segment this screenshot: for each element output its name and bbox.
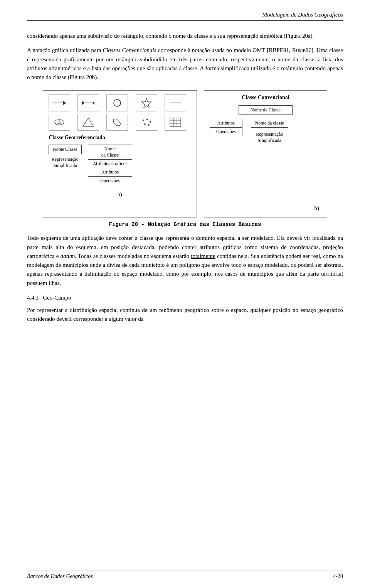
paragraph-1: considerando apenas uma subdivisão do re… xyxy=(27,32,343,40)
figure-box-b: Classe Convencional Nome da Classe Atrib… xyxy=(204,90,327,217)
class-geo-title: Classe Georreferenciada xyxy=(49,135,191,141)
icon-triangle xyxy=(77,114,99,131)
svg-point-13 xyxy=(150,121,151,123)
paragraph-2: A notação gráfica utilizada para Classes… xyxy=(27,46,343,82)
icon-star xyxy=(136,94,157,111)
svg-point-5 xyxy=(114,99,121,106)
class-b-nome-da-classe-box: Nome da Classe xyxy=(239,105,293,115)
class-b-row: Atributos Operações Nome da classe Repre… xyxy=(210,119,321,143)
svg-marker-4 xyxy=(92,101,94,105)
icon-circle xyxy=(106,94,128,111)
footer-title: Bancos de Dados Geográficos xyxy=(27,573,93,580)
svg-point-8 xyxy=(55,120,64,125)
svg-marker-10 xyxy=(83,118,94,126)
icon-arrows-bidirectional xyxy=(77,94,99,111)
label-a: a) xyxy=(49,191,191,198)
class-a-diagram: Nome Classe RepresentaçãoSimplificada No… xyxy=(49,145,191,185)
svg-marker-3 xyxy=(82,101,84,105)
class-a-box-operacoes: Operações xyxy=(88,176,133,185)
figure-20: Classe Georreferenciada Nome Classe Repr… xyxy=(27,90,343,217)
class-b-rep-simplificada: RepresentaçãoSimplificada xyxy=(256,131,283,143)
page-header: Modelagem de Dados Geográficos xyxy=(27,12,343,21)
icon-arrow-right xyxy=(49,94,70,111)
class-b-atributos: Atributos xyxy=(210,119,242,127)
icons-grid xyxy=(49,94,191,131)
figure-caption: Figura 20 – Notação Gráfica das Classes … xyxy=(27,221,343,227)
svg-point-12 xyxy=(146,119,148,120)
paragraph-3: Todo esquema de uma aplicação deve conte… xyxy=(27,234,343,288)
svg-rect-16 xyxy=(170,118,181,126)
icon-eye xyxy=(49,114,70,131)
icon-dots xyxy=(136,114,157,131)
icon-grid xyxy=(165,114,186,131)
page-footer: Bancos de Dados Geográficos 4-20 xyxy=(27,571,343,580)
svg-point-14 xyxy=(144,123,146,125)
icon-region xyxy=(106,114,128,131)
svg-marker-1 xyxy=(63,101,66,105)
class-a-box-atributos-graficos: Atributos Gráficos xyxy=(88,159,133,168)
class-a-rep-label: RepresentaçãoSimplificada xyxy=(52,157,79,168)
header-title: Modelagem de Dados Geográficos xyxy=(262,12,343,18)
svg-marker-6 xyxy=(142,98,151,108)
svg-point-11 xyxy=(143,120,144,121)
class-conv-title: Classe Convencional xyxy=(210,94,321,101)
section-heading: 4.4.3 Geo-Campo xyxy=(27,295,343,301)
class-a-box-nome-classe: Nomeda Classe xyxy=(88,145,133,159)
class-b-nome-da-classe-right: Nome da classe xyxy=(251,119,288,128)
class-a-left: Nome Classe RepresentaçãoSimplificada xyxy=(49,145,82,168)
paragraph-4: Por representar a distribuição espacial … xyxy=(27,306,343,324)
icon-line xyxy=(165,94,186,111)
svg-point-9 xyxy=(58,121,61,124)
class-b-right: Nome da classe RepresentaçãoSimplificada xyxy=(251,119,288,143)
class-a-box-atributos: Atributos xyxy=(88,168,133,176)
class-b-operacoes: Operações xyxy=(210,127,242,136)
footer-page: 4-20 xyxy=(333,573,343,580)
class-a-right: Nomeda Classe Atributos Gráficos Atribut… xyxy=(88,145,133,185)
class-b-attr-ops: Atributos Operações xyxy=(210,119,242,136)
svg-point-15 xyxy=(148,124,150,126)
label-b: b) xyxy=(314,205,320,212)
figure-box-a: Classe Georreferenciada Nome Classe Repr… xyxy=(43,90,197,217)
class-a-nome-box: Nome Classe xyxy=(49,145,82,154)
